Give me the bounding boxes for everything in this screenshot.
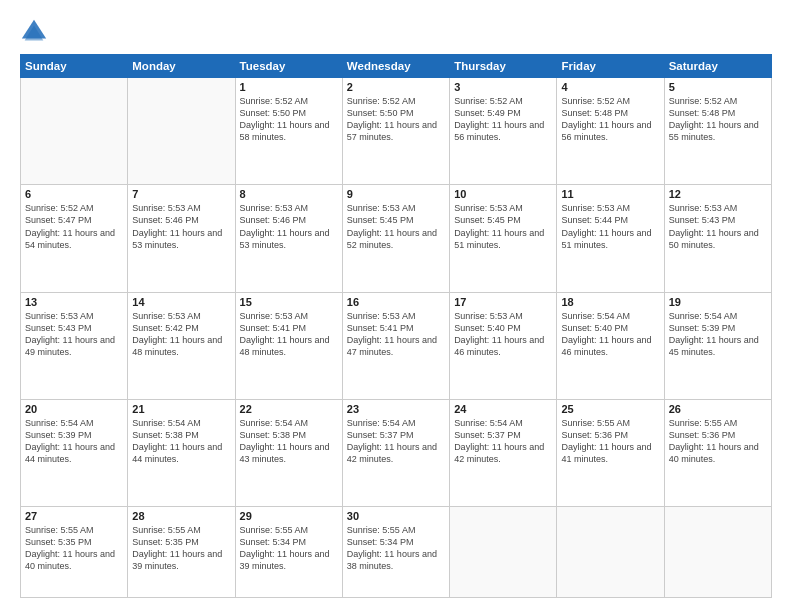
header	[20, 18, 772, 46]
day-cell: 14Sunrise: 5:53 AM Sunset: 5:42 PM Dayli…	[128, 292, 235, 399]
week-row-2: 6Sunrise: 5:52 AM Sunset: 5:47 PM Daylig…	[21, 185, 772, 292]
day-number: 21	[132, 403, 230, 415]
day-number: 26	[669, 403, 767, 415]
day-info: Sunrise: 5:54 AM Sunset: 5:37 PM Dayligh…	[454, 417, 552, 466]
logo-icon	[20, 18, 48, 46]
day-cell: 3Sunrise: 5:52 AM Sunset: 5:49 PM Daylig…	[450, 78, 557, 185]
col-header-sunday: Sunday	[21, 55, 128, 78]
day-number: 25	[561, 403, 659, 415]
day-number: 17	[454, 296, 552, 308]
day-info: Sunrise: 5:54 AM Sunset: 5:38 PM Dayligh…	[132, 417, 230, 466]
day-info: Sunrise: 5:52 AM Sunset: 5:50 PM Dayligh…	[240, 95, 338, 144]
day-info: Sunrise: 5:53 AM Sunset: 5:40 PM Dayligh…	[454, 310, 552, 359]
day-info: Sunrise: 5:53 AM Sunset: 5:43 PM Dayligh…	[25, 310, 123, 359]
day-number: 12	[669, 188, 767, 200]
col-header-monday: Monday	[128, 55, 235, 78]
day-cell	[128, 78, 235, 185]
col-header-wednesday: Wednesday	[342, 55, 449, 78]
day-number: 6	[25, 188, 123, 200]
day-cell: 26Sunrise: 5:55 AM Sunset: 5:36 PM Dayli…	[664, 399, 771, 506]
day-info: Sunrise: 5:53 AM Sunset: 5:46 PM Dayligh…	[240, 202, 338, 251]
day-info: Sunrise: 5:52 AM Sunset: 5:49 PM Dayligh…	[454, 95, 552, 144]
day-cell: 20Sunrise: 5:54 AM Sunset: 5:39 PM Dayli…	[21, 399, 128, 506]
day-info: Sunrise: 5:54 AM Sunset: 5:39 PM Dayligh…	[25, 417, 123, 466]
day-info: Sunrise: 5:53 AM Sunset: 5:43 PM Dayligh…	[669, 202, 767, 251]
day-cell: 13Sunrise: 5:53 AM Sunset: 5:43 PM Dayli…	[21, 292, 128, 399]
day-cell: 21Sunrise: 5:54 AM Sunset: 5:38 PM Dayli…	[128, 399, 235, 506]
day-info: Sunrise: 5:55 AM Sunset: 5:35 PM Dayligh…	[25, 524, 123, 573]
day-number: 19	[669, 296, 767, 308]
day-cell: 24Sunrise: 5:54 AM Sunset: 5:37 PM Dayli…	[450, 399, 557, 506]
header-row: SundayMondayTuesdayWednesdayThursdayFrid…	[21, 55, 772, 78]
day-cell	[21, 78, 128, 185]
day-info: Sunrise: 5:53 AM Sunset: 5:42 PM Dayligh…	[132, 310, 230, 359]
day-number: 8	[240, 188, 338, 200]
day-number: 5	[669, 81, 767, 93]
day-info: Sunrise: 5:54 AM Sunset: 5:38 PM Dayligh…	[240, 417, 338, 466]
day-cell: 29Sunrise: 5:55 AM Sunset: 5:34 PM Dayli…	[235, 507, 342, 598]
day-number: 23	[347, 403, 445, 415]
day-cell: 18Sunrise: 5:54 AM Sunset: 5:40 PM Dayli…	[557, 292, 664, 399]
day-number: 18	[561, 296, 659, 308]
day-number: 28	[132, 510, 230, 522]
day-info: Sunrise: 5:52 AM Sunset: 5:50 PM Dayligh…	[347, 95, 445, 144]
day-number: 13	[25, 296, 123, 308]
day-cell	[664, 507, 771, 598]
day-number: 4	[561, 81, 659, 93]
day-info: Sunrise: 5:54 AM Sunset: 5:39 PM Dayligh…	[669, 310, 767, 359]
day-cell: 28Sunrise: 5:55 AM Sunset: 5:35 PM Dayli…	[128, 507, 235, 598]
day-cell: 5Sunrise: 5:52 AM Sunset: 5:48 PM Daylig…	[664, 78, 771, 185]
day-number: 1	[240, 81, 338, 93]
day-cell: 19Sunrise: 5:54 AM Sunset: 5:39 PM Dayli…	[664, 292, 771, 399]
day-info: Sunrise: 5:53 AM Sunset: 5:41 PM Dayligh…	[240, 310, 338, 359]
day-cell: 22Sunrise: 5:54 AM Sunset: 5:38 PM Dayli…	[235, 399, 342, 506]
day-number: 15	[240, 296, 338, 308]
day-info: Sunrise: 5:53 AM Sunset: 5:41 PM Dayligh…	[347, 310, 445, 359]
day-cell: 25Sunrise: 5:55 AM Sunset: 5:36 PM Dayli…	[557, 399, 664, 506]
day-number: 27	[25, 510, 123, 522]
day-cell: 10Sunrise: 5:53 AM Sunset: 5:45 PM Dayli…	[450, 185, 557, 292]
day-cell: 6Sunrise: 5:52 AM Sunset: 5:47 PM Daylig…	[21, 185, 128, 292]
day-cell: 7Sunrise: 5:53 AM Sunset: 5:46 PM Daylig…	[128, 185, 235, 292]
day-cell	[450, 507, 557, 598]
day-info: Sunrise: 5:55 AM Sunset: 5:36 PM Dayligh…	[561, 417, 659, 466]
day-number: 16	[347, 296, 445, 308]
day-cell: 17Sunrise: 5:53 AM Sunset: 5:40 PM Dayli…	[450, 292, 557, 399]
col-header-tuesday: Tuesday	[235, 55, 342, 78]
day-cell: 16Sunrise: 5:53 AM Sunset: 5:41 PM Dayli…	[342, 292, 449, 399]
day-cell: 4Sunrise: 5:52 AM Sunset: 5:48 PM Daylig…	[557, 78, 664, 185]
day-cell: 15Sunrise: 5:53 AM Sunset: 5:41 PM Dayli…	[235, 292, 342, 399]
day-info: Sunrise: 5:54 AM Sunset: 5:40 PM Dayligh…	[561, 310, 659, 359]
day-cell: 11Sunrise: 5:53 AM Sunset: 5:44 PM Dayli…	[557, 185, 664, 292]
day-cell: 8Sunrise: 5:53 AM Sunset: 5:46 PM Daylig…	[235, 185, 342, 292]
day-cell: 1Sunrise: 5:52 AM Sunset: 5:50 PM Daylig…	[235, 78, 342, 185]
day-info: Sunrise: 5:53 AM Sunset: 5:45 PM Dayligh…	[454, 202, 552, 251]
day-info: Sunrise: 5:55 AM Sunset: 5:35 PM Dayligh…	[132, 524, 230, 573]
day-info: Sunrise: 5:53 AM Sunset: 5:44 PM Dayligh…	[561, 202, 659, 251]
day-number: 14	[132, 296, 230, 308]
week-row-5: 27Sunrise: 5:55 AM Sunset: 5:35 PM Dayli…	[21, 507, 772, 598]
day-number: 20	[25, 403, 123, 415]
day-info: Sunrise: 5:55 AM Sunset: 5:36 PM Dayligh…	[669, 417, 767, 466]
day-number: 24	[454, 403, 552, 415]
day-number: 7	[132, 188, 230, 200]
day-cell: 30Sunrise: 5:55 AM Sunset: 5:34 PM Dayli…	[342, 507, 449, 598]
week-row-4: 20Sunrise: 5:54 AM Sunset: 5:39 PM Dayli…	[21, 399, 772, 506]
day-cell: 23Sunrise: 5:54 AM Sunset: 5:37 PM Dayli…	[342, 399, 449, 506]
day-number: 29	[240, 510, 338, 522]
day-number: 22	[240, 403, 338, 415]
day-number: 30	[347, 510, 445, 522]
day-cell: 27Sunrise: 5:55 AM Sunset: 5:35 PM Dayli…	[21, 507, 128, 598]
day-cell: 2Sunrise: 5:52 AM Sunset: 5:50 PM Daylig…	[342, 78, 449, 185]
calendar-table: SundayMondayTuesdayWednesdayThursdayFrid…	[20, 54, 772, 598]
day-info: Sunrise: 5:52 AM Sunset: 5:47 PM Dayligh…	[25, 202, 123, 251]
day-info: Sunrise: 5:55 AM Sunset: 5:34 PM Dayligh…	[347, 524, 445, 573]
day-info: Sunrise: 5:52 AM Sunset: 5:48 PM Dayligh…	[561, 95, 659, 144]
week-row-3: 13Sunrise: 5:53 AM Sunset: 5:43 PM Dayli…	[21, 292, 772, 399]
day-info: Sunrise: 5:55 AM Sunset: 5:34 PM Dayligh…	[240, 524, 338, 573]
col-header-saturday: Saturday	[664, 55, 771, 78]
day-info: Sunrise: 5:53 AM Sunset: 5:45 PM Dayligh…	[347, 202, 445, 251]
col-header-friday: Friday	[557, 55, 664, 78]
logo	[20, 18, 52, 46]
week-row-1: 1Sunrise: 5:52 AM Sunset: 5:50 PM Daylig…	[21, 78, 772, 185]
